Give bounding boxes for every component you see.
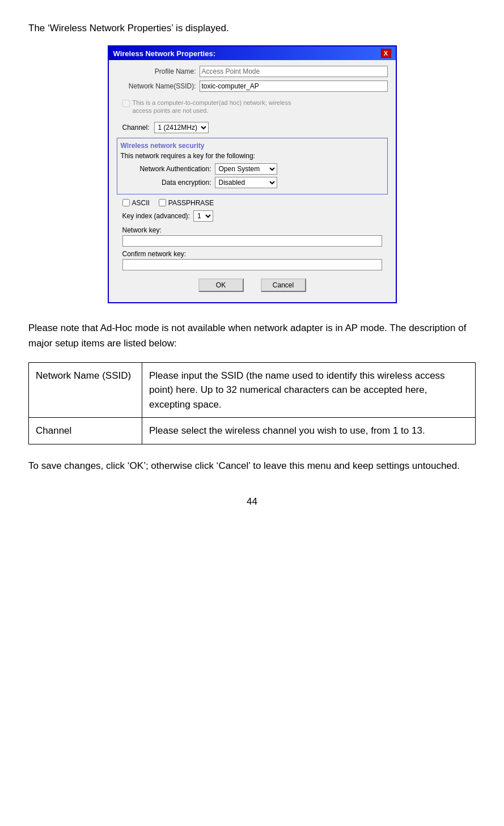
- page-number: 44: [28, 496, 476, 507]
- auth-label: Network Authentication:: [121, 165, 211, 173]
- adhoc-checkbox[interactable]: [122, 100, 130, 107]
- table-row: Channel Please select the wireless chann…: [29, 418, 476, 444]
- network-key-label: Network key:: [122, 226, 382, 234]
- adhoc-section: This is a computer-to-computer(ad hoc) n…: [117, 96, 388, 117]
- closing-text: To save changes, click ‘OK’; otherwise c…: [28, 458, 476, 473]
- security-desc: This network requires a key for the foll…: [121, 152, 384, 160]
- ascii-checkbox-item: ASCII: [122, 199, 150, 207]
- cancel-button[interactable]: Cancel: [261, 278, 306, 292]
- ascii-label: ASCII: [132, 199, 150, 207]
- passphrase-checkbox-item: PASSPHRASE: [159, 199, 214, 207]
- info-table: Network Name (SSID) Please input the SSI…: [28, 362, 476, 444]
- dialog-buttons: OK Cancel: [117, 272, 388, 296]
- confirm-key-input[interactable]: [122, 259, 382, 270]
- encryption-label: Data encryption:: [121, 179, 211, 187]
- profile-name-row: Profile Name: Access Point Mode: [117, 66, 388, 77]
- network-key-section: Network key: Confirm network key:: [117, 225, 388, 272]
- encryption-row: Data encryption: Disabled: [121, 177, 384, 188]
- key-index-select[interactable]: 1: [193, 210, 213, 222]
- table-description: Please select the wireless channel you w…: [142, 418, 476, 444]
- key-index-label: Key index (advanced):: [122, 212, 190, 220]
- ascii-checkbox[interactable]: [122, 199, 130, 206]
- confirm-key-label: Confirm network key:: [122, 250, 382, 258]
- key-index-row: Key index (advanced): 1: [117, 210, 388, 222]
- passphrase-label: PASSPHRASE: [168, 199, 214, 207]
- ssid-input[interactable]: [200, 81, 388, 92]
- dialog-wrapper: Wireless Network Properties: X Profile N…: [28, 45, 476, 303]
- encryption-select[interactable]: Disabled: [215, 177, 277, 188]
- passphrase-checkbox[interactable]: [159, 199, 166, 206]
- ssid-label: Network Name(SSID):: [117, 82, 196, 90]
- table-row: Network Name (SSID) Please input the SSI…: [29, 362, 476, 418]
- note-text: Please note that Ad-Hoc mode is not avai…: [28, 320, 476, 351]
- ssid-row: Network Name(SSID):: [117, 81, 388, 92]
- security-section: Wireless network security This network r…: [117, 138, 388, 194]
- table-term: Channel: [29, 418, 142, 444]
- intro-text: The ‘Wireless Network Properties’ is dis…: [28, 23, 476, 34]
- channel-row: Channel: 1 (2412MHz): [117, 122, 388, 133]
- network-key-input[interactable]: [122, 235, 382, 247]
- security-title: Wireless network security: [121, 142, 384, 150]
- dialog-title: Wireless Network Properties:: [113, 49, 216, 58]
- auth-select[interactable]: Open System: [215, 163, 277, 175]
- checkbox-row: ASCII PASSPHRASE: [117, 199, 388, 207]
- dialog-close-button[interactable]: X: [381, 49, 391, 58]
- table-term: Network Name (SSID): [29, 362, 142, 418]
- table-description: Please input the SSID (the name used to …: [142, 362, 476, 418]
- dialog-body: Profile Name: Access Point Mode Network …: [109, 60, 396, 302]
- channel-select[interactable]: 1 (2412MHz): [154, 122, 209, 133]
- channel-label: Channel:: [122, 124, 150, 132]
- adhoc-checkbox-row: This is a computer-to-computer(ad hoc) n…: [122, 99, 388, 115]
- ok-button[interactable]: OK: [198, 278, 244, 292]
- auth-row: Network Authentication: Open System: [121, 163, 384, 175]
- wireless-network-dialog: Wireless Network Properties: X Profile N…: [108, 45, 397, 303]
- adhoc-text: This is a computer-to-computer(ad hoc) n…: [133, 99, 291, 115]
- profile-name-label: Profile Name:: [117, 67, 196, 75]
- profile-name-value: Access Point Mode: [200, 66, 388, 77]
- dialog-titlebar: Wireless Network Properties: X: [109, 46, 396, 60]
